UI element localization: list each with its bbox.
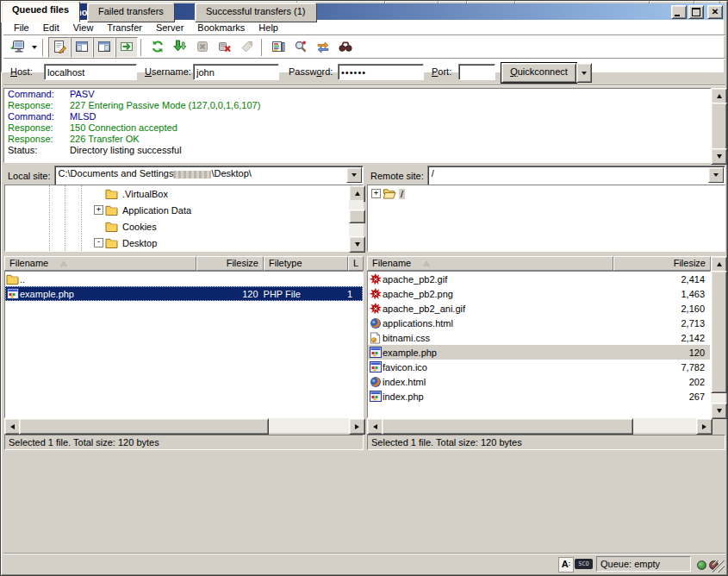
- toolbar-toggle-log-button[interactable]: [48, 37, 71, 58]
- scroll-right-button[interactable]: [349, 418, 365, 435]
- tab-successful-transfers-1[interactable]: Successful transfers (1): [195, 3, 317, 22]
- expand-icon[interactable]: +: [94, 205, 103, 215]
- tree-item[interactable]: -Desktop: [5, 235, 363, 251]
- tree-item-label[interactable]: Desktop: [121, 238, 159, 248]
- tree-item-label[interactable]: Cookies: [121, 222, 159, 232]
- chevron-down-icon: [32, 46, 37, 49]
- file-row[interactable]: apache_pb2_ani.gif2,160: [368, 301, 710, 316]
- toolbar-refresh-button[interactable]: [146, 37, 169, 58]
- toolbar-toggle-remote-tree-button[interactable]: [93, 37, 115, 58]
- toolbar-find-button[interactable]: [334, 37, 357, 58]
- scrollbar-thumb[interactable]: [711, 271, 727, 393]
- toolbar-sync-browse-button[interactable]: [312, 37, 334, 58]
- toolbar-toggle-queue-button[interactable]: [115, 37, 138, 58]
- filesize-cell: 120: [196, 286, 264, 301]
- column-header-filesize[interactable]: Filesize: [196, 256, 264, 271]
- filesize-cell: 267: [613, 389, 710, 404]
- toolbar: [3, 36, 725, 59]
- log-scrollbar[interactable]: [711, 88, 725, 163]
- scroll-down-button[interactable]: [349, 236, 365, 253]
- port-label: Port:: [432, 66, 451, 77]
- minimize-button[interactable]: [671, 5, 687, 19]
- tree-item[interactable]: .VirtualBox: [5, 185, 363, 202]
- tab-failed-transfers[interactable]: Failed transfers: [87, 3, 175, 22]
- arrow-down-icon: [355, 242, 360, 247]
- menu-edit[interactable]: Edit: [36, 21, 66, 34]
- file-row[interactable]: apache_pb2.gif2,414: [368, 272, 710, 286]
- toolbar-toggle-local-tree-button[interactable]: [71, 37, 93, 58]
- tree-item-label[interactable]: Application Data: [121, 205, 193, 216]
- file-row[interactable]: ..: [5, 272, 363, 286]
- column-header-filesize[interactable]: Filesize: [613, 256, 711, 271]
- maximize-button[interactable]: [688, 5, 704, 19]
- file-row[interactable]: apache_pb2.png1,463: [368, 286, 710, 301]
- port-input[interactable]: [458, 64, 495, 80]
- toolbar-separator: [42, 39, 46, 56]
- toolbar-cancel-button[interactable]: [191, 37, 214, 58]
- remote-site-dropdown-button[interactable]: [708, 167, 724, 183]
- file-row[interactable]: index.html202: [368, 374, 710, 389]
- tab-queued-files[interactable]: Queued files: [1, 1, 80, 22]
- close-button[interactable]: ✕: [707, 5, 723, 19]
- tree-item[interactable]: +Application Data: [5, 202, 363, 218]
- toolbar-filter-button[interactable]: [267, 37, 289, 58]
- local-site-dropdown-button[interactable]: [346, 167, 362, 183]
- refresh-icon: [151, 40, 165, 55]
- file-row[interactable]: applications.html2,713: [368, 316, 710, 330]
- toolbar-process-queue-button[interactable]: [169, 37, 191, 58]
- scrollbar-thumb[interactable]: [382, 418, 633, 435]
- menu-file[interactable]: File: [7, 21, 36, 34]
- scrollbar-thumb[interactable]: [711, 103, 727, 150]
- tree-item[interactable]: +/: [368, 185, 725, 202]
- resize-grip[interactable]: [712, 560, 725, 573]
- scroll-right-button[interactable]: [696, 418, 712, 435]
- tree-item-label[interactable]: .VirtualBox: [121, 189, 170, 199]
- remote-site-combo[interactable]: /: [427, 166, 725, 186]
- toolbar-compare-button[interactable]: [289, 37, 312, 58]
- quickconnect-button[interactable]: Quickconnect: [501, 63, 576, 83]
- remote-hscrollbar[interactable]: [367, 418, 711, 433]
- filesize-cell: 202: [613, 374, 710, 389]
- log-line: Command:MLSD: [4, 111, 725, 122]
- scroll-down-button[interactable]: [711, 148, 727, 165]
- speed-limit-indicator-icon[interactable]: SCO: [575, 559, 593, 569]
- tree-item-label[interactable]: /: [399, 189, 405, 199]
- data-type-indicator-icon[interactable]: A:: [558, 557, 574, 573]
- username-input[interactable]: [193, 64, 279, 80]
- file-row[interactable]: index.php267: [368, 389, 710, 404]
- toggle-log-icon: [53, 40, 66, 55]
- local-site-combo[interactable]: C:\Documents and Settings\Desktop\: [54, 166, 364, 186]
- file-row[interactable]: example.php120: [368, 345, 710, 360]
- column-header-filename[interactable]: Filename: [4, 256, 196, 271]
- toolbar-site-manager-dropdown[interactable]: [28, 38, 40, 57]
- local-tree-scrollbar[interactable]: [349, 185, 364, 251]
- menu-server[interactable]: Server: [149, 21, 190, 34]
- local-hscrollbar[interactable]: [4, 418, 364, 433]
- host-input[interactable]: [44, 64, 137, 80]
- file-row[interactable]: bitnami.css2,142: [368, 330, 710, 345]
- collapse-icon[interactable]: -: [94, 238, 103, 247]
- scrollbar-thumb[interactable]: [19, 418, 269, 435]
- menu-bookmarks[interactable]: Bookmarks: [190, 21, 252, 34]
- file-row[interactable]: favicon.ico7,782: [368, 360, 710, 374]
- column-header-l[interactable]: L: [348, 256, 364, 271]
- menu-help[interactable]: Help: [252, 21, 285, 34]
- file-row[interactable]: example.php120PHP File1: [5, 286, 363, 301]
- remote-path: /: [432, 168, 434, 178]
- scrollbar-thumb[interactable]: [349, 210, 365, 223]
- expand-icon[interactable]: +: [371, 189, 381, 198]
- password-input[interactable]: [338, 64, 424, 80]
- tree-item[interactable]: Cookies: [5, 218, 363, 235]
- remote-list-scrollbar[interactable]: [711, 256, 725, 417]
- column-header-filename[interactable]: Filename: [367, 256, 613, 271]
- filename-label: favicon.ico: [383, 362, 427, 373]
- toolbar-disconnect-button[interactable]: [214, 37, 236, 58]
- menu-view[interactable]: View: [66, 21, 101, 34]
- quickconnect-dropdown-button[interactable]: [576, 63, 592, 83]
- close-icon: ✕: [708, 6, 722, 18]
- scroll-down-button[interactable]: [711, 403, 727, 419]
- menu-transfer[interactable]: Transfer: [100, 21, 149, 34]
- column-header-filetype[interactable]: Filetype: [264, 256, 348, 271]
- toolbar-site-manager-button[interactable]: [6, 37, 28, 58]
- toolbar-reconnect-button[interactable]: [236, 37, 258, 58]
